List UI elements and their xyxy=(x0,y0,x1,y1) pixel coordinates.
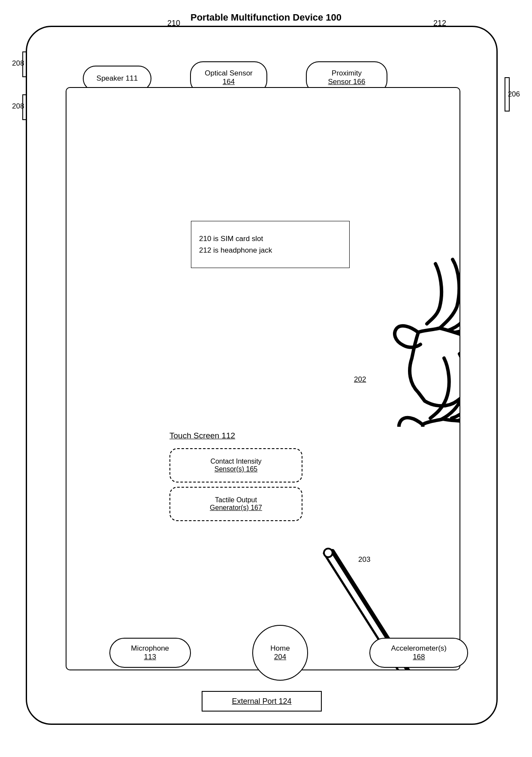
label-208-top: 208 xyxy=(12,59,24,68)
svg-point-4 xyxy=(324,549,332,557)
bottom-section: Microphone 113 Home 204 Accelerometer(s)… xyxy=(53,625,525,681)
tactile-output-box: Tactile Output Generator(s) 167 xyxy=(169,487,302,521)
home-button[interactable]: Home 204 xyxy=(252,625,308,681)
device-outer: Speaker 111 Optical Sensor 164 Proximity… xyxy=(26,26,498,725)
microphone-box: Microphone 113 xyxy=(109,638,191,668)
touchscreen-label: Touch Screen 112 xyxy=(169,431,235,440)
accelerometer-box: Accelerometer(s) 168 xyxy=(369,638,468,668)
page: Portable Multifunction Device 100 210 21… xyxy=(0,0,532,757)
label-208-mid: 208 xyxy=(12,102,24,111)
contact-intensity-box: Contact Intensity Sensor(s) 165 xyxy=(169,448,302,483)
label-203: 203 xyxy=(358,555,370,564)
label-206: 206 xyxy=(508,90,520,99)
hand-gesture-svg xyxy=(307,255,460,427)
label-202: 202 xyxy=(354,375,366,384)
external-port-box: External Port 124 xyxy=(202,691,322,712)
screen-inner: 210 is SIM card slot 212 is headphone ja… xyxy=(66,87,460,670)
